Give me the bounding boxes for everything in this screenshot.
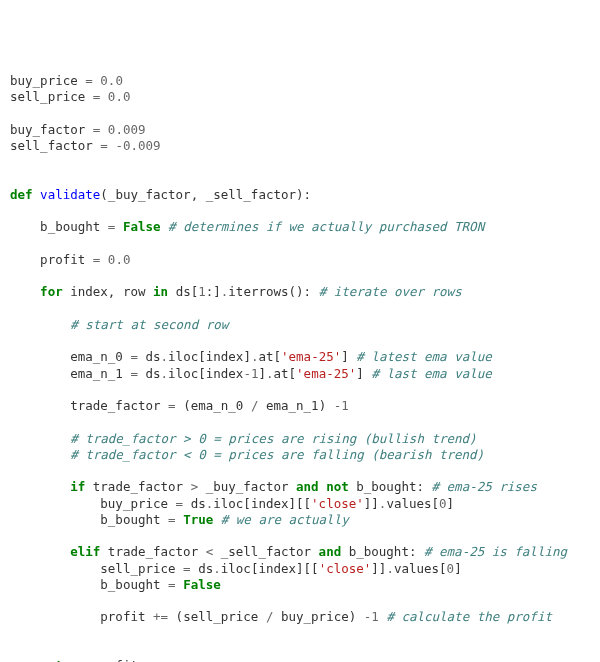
var: ds [176, 284, 191, 299]
var-buy-price: buy_price [10, 73, 78, 88]
op: += [153, 609, 168, 624]
kw-and: and [296, 479, 319, 494]
colon: : [409, 544, 417, 559]
bracket: ][[ [289, 496, 312, 511]
var: ds [146, 349, 161, 364]
method: iterrows [228, 284, 288, 299]
num: 1 [198, 284, 206, 299]
var: ema_n_1 [70, 366, 123, 381]
bracket: [ [439, 561, 447, 576]
paren: (): [289, 284, 312, 299]
attr: values [386, 496, 431, 511]
paren: ( [183, 398, 191, 413]
op-assign: = [93, 122, 101, 137]
paren: ) [349, 609, 357, 624]
string: 'ema-25' [296, 366, 356, 381]
op: > [191, 479, 199, 494]
attr: iloc [168, 349, 198, 364]
kw-def: def [10, 187, 33, 202]
bracket: [ [243, 496, 251, 511]
comment: # we are actually [221, 512, 349, 527]
kw-in: in [153, 284, 168, 299]
bracket: ] [454, 561, 462, 576]
paren: ( [100, 187, 108, 202]
comment: # start at second row [70, 317, 228, 332]
var: ds [198, 561, 213, 576]
dot: . [386, 561, 394, 576]
var: trade_factor [70, 398, 160, 413]
var: b_bought [100, 577, 160, 592]
op: = [168, 398, 176, 413]
arg: _buy_factor [108, 187, 191, 202]
num: 0 [439, 496, 447, 511]
var: sell_price [100, 561, 175, 576]
var: b_bought [349, 544, 409, 559]
kw-if: if [70, 479, 85, 494]
var: profit [93, 658, 138, 662]
num: 0.0 [108, 252, 131, 267]
colon: : [416, 479, 424, 494]
var: b_bought [40, 219, 100, 234]
dot: . [266, 366, 274, 381]
attr: at [274, 366, 289, 381]
op: - [243, 366, 251, 381]
bracket: [ [432, 496, 440, 511]
op: = [130, 349, 138, 364]
var: _sell_factor [221, 544, 311, 559]
var: trade_factor [108, 544, 198, 559]
op-assign: = [100, 138, 108, 153]
op: = [108, 219, 116, 234]
op-assign: = [93, 89, 101, 104]
num: 0.0 [108, 89, 131, 104]
comment: # determines if we actually purchased TR… [168, 219, 484, 234]
string: 'close' [311, 496, 364, 511]
var: _buy_factor [206, 479, 289, 494]
code-block: buy_price = 0.0 sell_price = 0.0 buy_fac… [10, 73, 590, 662]
op: = [168, 512, 176, 527]
num: -0.009 [115, 138, 160, 153]
var: buy_price [281, 609, 349, 624]
comment: # iterate over rows [319, 284, 462, 299]
kw-elif: elif [70, 544, 100, 559]
string: 'close' [319, 561, 372, 576]
var: profit [40, 252, 85, 267]
var-buy-factor: buy_factor [10, 122, 85, 137]
num: 0.009 [108, 122, 146, 137]
bracket: [ [198, 349, 206, 364]
bracket: ][[ [296, 561, 319, 576]
var: row [123, 284, 146, 299]
op: = [93, 252, 101, 267]
num: 1 [341, 398, 349, 413]
bracket: ]] [371, 561, 386, 576]
bracket: [ [274, 349, 282, 364]
comment: # last ema value [371, 366, 491, 381]
string: 'ema-25' [281, 349, 341, 364]
attr: iloc [213, 496, 243, 511]
dot: . [161, 366, 169, 381]
var: profit [100, 609, 145, 624]
var-sell-price: sell_price [10, 89, 85, 104]
bracket: ] [243, 349, 251, 364]
op: < [206, 544, 214, 559]
var: ema_n_0 [70, 349, 123, 364]
bracket: ] [258, 366, 266, 381]
comment: # calculate the profit [386, 609, 552, 624]
const-false: False [123, 219, 161, 234]
var: index [70, 284, 108, 299]
var: ds [146, 366, 161, 381]
op: = [183, 561, 191, 576]
op: / [266, 609, 274, 624]
var: b_bought [100, 512, 160, 527]
fn-validate: validate [40, 187, 100, 202]
attr: values [394, 561, 439, 576]
comment: # ema-25 is falling [424, 544, 567, 559]
op: = [168, 577, 176, 592]
var: ds [191, 496, 206, 511]
var: index [258, 561, 296, 576]
arg: _sell_factor [206, 187, 296, 202]
kw-return: return [40, 658, 85, 662]
var: buy_price [100, 496, 168, 511]
kw-for: for [40, 284, 63, 299]
var: sell_price [183, 609, 258, 624]
var: index [206, 349, 244, 364]
